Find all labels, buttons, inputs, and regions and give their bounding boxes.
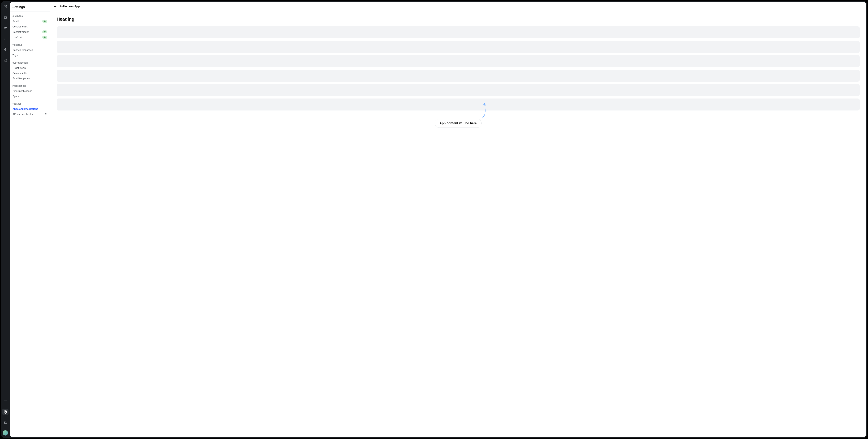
sidebar-item-api-webhooks[interactable]: API and webhooks <box>11 112 49 117</box>
settings-title: Settings <box>10 2 50 11</box>
section-label-toolset: TOOLSET <box>11 102 49 106</box>
svg-rect-0 <box>4 5 7 8</box>
sidebar-item-label: Tags <box>12 54 18 57</box>
sidebar-item-email-notifications[interactable]: Email notifications <box>11 88 49 94</box>
checkbox-icon[interactable] <box>2 3 8 10</box>
status-badge: ON <box>42 36 48 39</box>
inner-frame: Settings CHANNELS Email ON Contact forms… <box>10 2 866 437</box>
ticket-icon[interactable] <box>2 14 8 21</box>
placeholder-row <box>57 84 860 96</box>
content-heading: Heading <box>57 17 860 22</box>
main-header: Fullscreen App <box>50 2 866 11</box>
settings-icon[interactable] <box>2 409 8 415</box>
svg-rect-3 <box>4 59 5 60</box>
analytics-icon[interactable] <box>2 36 8 42</box>
main-area: Fullscreen App Heading <box>50 2 866 437</box>
external-link-icon <box>45 113 48 115</box>
sidebar-item-label: Spam <box>12 95 19 98</box>
sidebar-item-label: Contact widget <box>12 31 29 33</box>
settings-sidebar: Settings CHANNELS Email ON Contact forms… <box>10 2 50 437</box>
svg-point-7 <box>5 412 6 412</box>
placeholder-row <box>57 70 860 82</box>
callout-pill: App content will be here <box>435 119 482 128</box>
sidebar-item-ticket-views[interactable]: Ticket views <box>11 65 49 70</box>
billing-icon[interactable] <box>2 398 8 404</box>
placeholder-rows <box>57 26 860 111</box>
sidebar-item-label: Canned responses <box>12 49 33 52</box>
content-area: Heading App content <box>50 11 866 437</box>
sidebar-item-label: LiveChat <box>12 36 22 39</box>
sidebar-item-contact-widget[interactable]: Contact widget ON <box>11 29 49 35</box>
app-frame: Settings CHANNELS Email ON Contact forms… <box>1 1 867 438</box>
back-button[interactable] <box>54 4 57 8</box>
sidebar-item-label: Email notifications <box>12 90 32 92</box>
sidebar-item-email[interactable]: Email ON <box>11 19 49 24</box>
status-badge: ON <box>42 30 48 33</box>
avatar[interactable] <box>3 430 8 436</box>
sidebar-item-label: Apps and integrations <box>12 108 38 110</box>
sidebar-item-label: Ticket views <box>12 66 26 69</box>
placeholder-row <box>57 55 860 67</box>
users-icon[interactable] <box>2 25 8 31</box>
svg-rect-6 <box>4 400 7 402</box>
svg-point-1 <box>4 27 5 28</box>
sidebar-item-contact-forms[interactable]: Contact forms <box>11 24 49 29</box>
placeholder-row <box>57 98 860 111</box>
sidebar-item-email-templates[interactable]: Email templates <box>11 76 49 81</box>
sidebar-item-label: Email <box>12 20 19 23</box>
automation-icon[interactable] <box>2 47 8 53</box>
placeholder-row <box>57 41 860 53</box>
section-label-customization: CUSTOMIZATION <box>11 61 49 65</box>
svg-point-2 <box>6 27 7 28</box>
sidebar-item-custom-fields[interactable]: Custom fields <box>11 70 49 76</box>
sidebar-item-apps-integrations[interactable]: Apps and integrations <box>11 106 49 112</box>
callout-wrap: App content will be here <box>57 111 860 128</box>
page-title: Fullscreen App <box>60 5 80 8</box>
placeholder-row <box>57 26 860 38</box>
svg-rect-5 <box>6 61 7 62</box>
sidebar-item-spam[interactable]: Spam <box>11 94 49 99</box>
section-label-channels: CHANNELS <box>11 14 49 19</box>
notifications-icon[interactable] <box>2 419 8 426</box>
sidebar-item-canned-responses[interactable]: Canned responses <box>11 48 49 53</box>
section-label-ticketing: TICKETING <box>11 43 49 48</box>
svg-rect-4 <box>4 61 5 62</box>
icon-rail <box>1 1 10 438</box>
section-label-preferences: PREFERENCES <box>11 84 49 88</box>
sidebar-item-livechat[interactable]: LiveChat ON <box>11 35 49 40</box>
sidebar-item-tags[interactable]: Tags <box>11 53 49 58</box>
sidebar-item-label: Contact forms <box>12 25 28 28</box>
sidebar-item-label: API and webhooks <box>12 113 33 116</box>
sidebar-item-label: Custom fields <box>12 72 27 75</box>
apps-grid-icon[interactable] <box>2 57 8 64</box>
status-badge: ON <box>42 20 48 23</box>
sidebar-item-label: Email templates <box>12 77 30 80</box>
